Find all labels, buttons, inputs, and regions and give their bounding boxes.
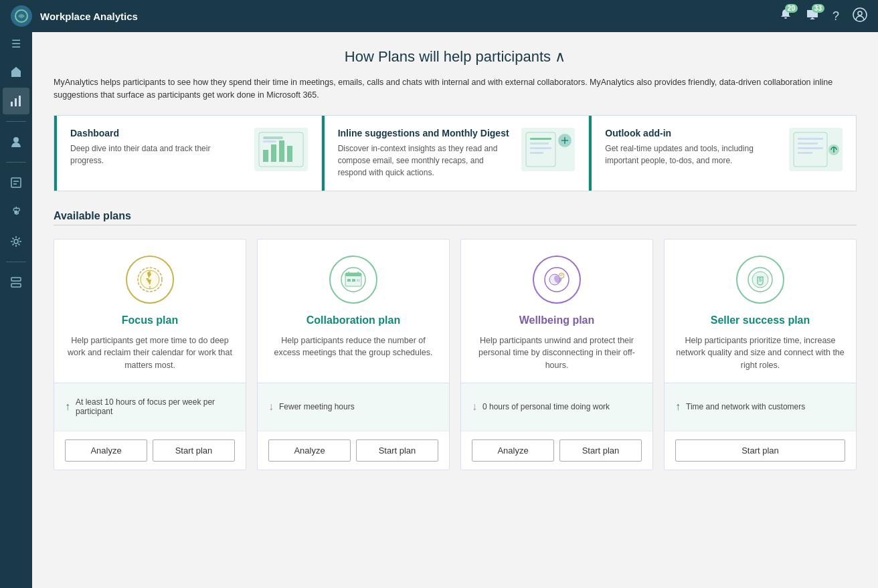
wellbeing-plan-metric: ↓ 0 hours of personal time doing work (461, 383, 652, 431)
svg-text:$: $ (758, 276, 762, 283)
feature-dashboard-icon (254, 128, 308, 171)
seller-metric-icon: ↑ (675, 401, 681, 413)
feature-cards-row: Dashboard Deep dive into their data and … (54, 115, 857, 191)
collab-analyze-button[interactable]: Analyze (268, 439, 351, 462)
svg-rect-23 (530, 142, 549, 144)
app-title: Workplace Analytics (40, 11, 771, 22)
svg-rect-43 (357, 279, 360, 282)
svg-rect-16 (271, 144, 276, 162)
help-icon[interactable]: ? (832, 9, 839, 23)
svg-point-2 (858, 11, 862, 15)
sidebar-divider-3 (6, 262, 26, 262)
seller-plan-desc: Help participants prioritize time, incre… (675, 334, 845, 372)
collab-plan-actions: Analyze Start plan (258, 431, 449, 470)
feature-digest-icon (521, 128, 575, 171)
svg-rect-18 (287, 146, 292, 162)
page-title: How Plans will help participants ∧ (54, 48, 857, 66)
notification-badge: 20 (785, 4, 798, 13)
feature-card-dashboard: Dashboard Deep dive into their data and … (54, 116, 322, 191)
svg-rect-42 (352, 279, 355, 282)
svg-rect-13 (11, 284, 21, 287)
description-text: MyAnalytics helps participants to see ho… (54, 76, 857, 102)
notifications-icon[interactable]: 20 (779, 8, 792, 25)
sidebar-item-settings-2[interactable] (3, 228, 29, 255)
wellbeing-analyze-button[interactable]: Analyze (472, 439, 554, 462)
app-logo (11, 5, 32, 27)
plan-collab-body: Collaboration plan Help participants red… (258, 239, 449, 383)
svg-rect-22 (530, 138, 551, 140)
svg-rect-20 (263, 140, 276, 142)
sidebar-item-home[interactable] (3, 58, 29, 85)
menu-toggle[interactable]: ☰ (11, 37, 21, 50)
seller-plan-metric: ↑ Time and network with customers (665, 383, 856, 431)
sidebar-item-data[interactable] (3, 269, 29, 296)
svg-rect-31 (798, 152, 812, 154)
sidebar: ☰ (0, 32, 32, 588)
plan-wellbeing-body: Wellbeing plan Help participants unwind … (461, 239, 652, 383)
plan-card-seller: $ Seller success plan Help participants … (664, 239, 857, 470)
topbar: Workplace Analytics 20 33 ? (0, 0, 878, 32)
svg-rect-5 (19, 96, 21, 106)
plans-grid: Focus plan Help participants get more ti… (54, 239, 857, 470)
wellbeing-metric-icon: ↓ (472, 401, 477, 413)
seller-plan-icon: $ (736, 256, 784, 304)
sidebar-item-settings-1[interactable] (3, 199, 29, 225)
focus-plan-name: Focus plan (122, 314, 178, 326)
svg-rect-41 (347, 279, 351, 282)
svg-point-6 (13, 137, 19, 142)
svg-rect-25 (530, 152, 543, 154)
feature-dashboard-desc: Deep dive into their data and track thei… (70, 142, 244, 167)
focus-metric-text: At least 10 hours of focus per week per … (76, 397, 235, 416)
svg-point-10 (15, 211, 18, 214)
sidebar-item-people[interactable] (3, 128, 29, 155)
svg-rect-27 (794, 132, 827, 167)
messages-icon[interactable]: 33 (806, 8, 819, 25)
wellbeing-plan-desc: Help participants unwind and protect the… (472, 334, 642, 372)
svg-rect-21 (526, 132, 555, 167)
plan-card-collaboration: Collaboration plan Help participants red… (257, 239, 450, 470)
collapse-toggle[interactable]: ∧ (555, 48, 565, 65)
page-title-area: How Plans will help participants ∧ (54, 48, 857, 66)
feature-card-digest: Inline suggestions and Monthly Digest Di… (322, 116, 590, 191)
focus-plan-actions: Analyze Start plan (54, 431, 246, 470)
svg-rect-29 (798, 142, 818, 144)
seller-start-button[interactable]: Start plan (675, 439, 845, 462)
plan-seller-body: $ Seller success plan Help participants … (665, 239, 856, 383)
feature-outlook-desc: Get real-time updates and tools, includi… (605, 142, 778, 167)
sidebar-divider-1 (6, 121, 26, 122)
svg-rect-30 (798, 147, 823, 149)
messages-badge: 33 (812, 4, 824, 13)
wellbeing-plan-actions: Analyze Start plan (461, 431, 652, 470)
svg-point-1 (853, 8, 867, 21)
feature-digest-desc: Discover in-context insights as they rea… (338, 142, 511, 179)
focus-analyze-button[interactable]: Analyze (65, 439, 147, 462)
profile-icon[interactable] (853, 7, 867, 25)
plan-card-wellbeing: Wellbeing plan Help participants unwind … (460, 239, 653, 470)
sidebar-divider-2 (6, 162, 26, 163)
collab-metric-text: Fewer meeting hours (279, 402, 355, 411)
wellbeing-plan-name: Wellbeing plan (519, 314, 595, 326)
svg-rect-7 (11, 178, 21, 187)
section-title: Available plans (54, 210, 857, 222)
collab-plan-metric: ↓ Fewer meeting hours (258, 383, 449, 431)
section-divider (54, 225, 857, 225)
plan-card-focus: Focus plan Help participants get more ti… (54, 239, 246, 470)
focus-plan-icon (126, 256, 174, 304)
collab-start-button[interactable]: Start plan (356, 439, 438, 462)
focus-start-button[interactable]: Start plan (153, 439, 235, 462)
wellbeing-metric-text: 0 hours of personal time doing work (482, 402, 610, 411)
collab-plan-desc: Help participants reduce the number of e… (268, 334, 438, 360)
wellbeing-plan-icon (533, 256, 581, 304)
svg-rect-19 (263, 136, 283, 139)
sidebar-item-analytics[interactable] (3, 88, 29, 114)
feature-dashboard-title: Dashboard (70, 128, 244, 138)
wellbeing-start-button[interactable]: Start plan (559, 439, 642, 462)
focus-metric-icon: ↑ (65, 401, 70, 413)
svg-point-11 (14, 239, 18, 243)
topbar-icons: 20 33 ? (779, 7, 867, 25)
main-content: How Plans will help participants ∧ MyAna… (32, 32, 878, 588)
sidebar-item-reports[interactable] (3, 169, 29, 196)
feature-card-outlook: Outlook add-in Get real-time updates and… (589, 116, 856, 191)
svg-rect-4 (15, 98, 17, 106)
focus-plan-desc: Help participants get more time to do de… (65, 334, 235, 372)
